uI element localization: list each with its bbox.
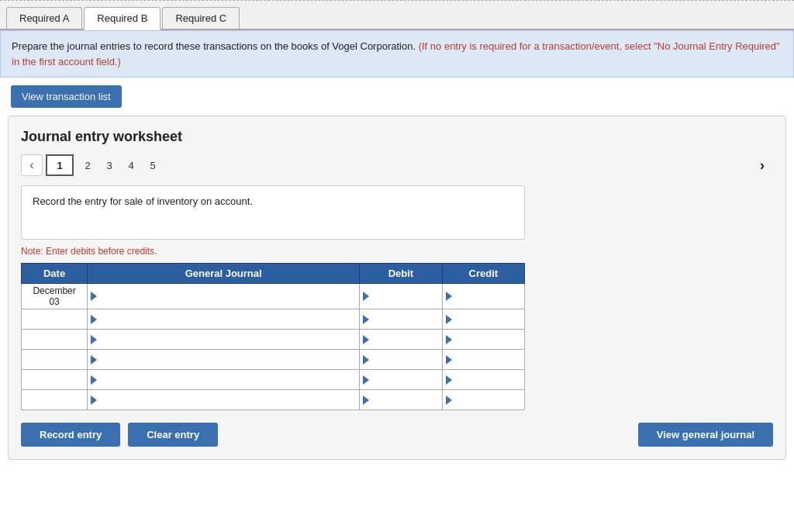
page-3[interactable]: 3 xyxy=(98,154,120,176)
col-credit: Credit xyxy=(442,264,524,284)
row-indicator-5 xyxy=(91,375,97,385)
table-row xyxy=(22,370,525,390)
cell-credit-6[interactable] xyxy=(442,390,524,410)
debit-indicator-4 xyxy=(363,355,369,364)
debit-indicator-5 xyxy=(363,375,369,385)
cell-account-2[interactable] xyxy=(88,309,360,330)
cell-date-1: December03 xyxy=(22,284,88,309)
cell-credit-5[interactable] xyxy=(442,370,524,390)
cell-credit-2[interactable] xyxy=(442,309,524,330)
cell-account-1[interactable] xyxy=(88,284,360,309)
journal-table: Date General Journal Debit Credit Decemb… xyxy=(21,263,525,410)
debit-indicator-3 xyxy=(363,335,369,344)
credit-indicator-1 xyxy=(446,292,452,301)
page-1[interactable]: 1 xyxy=(46,154,74,176)
col-date: Date xyxy=(22,264,88,284)
cell-date-5 xyxy=(22,370,88,390)
next-page-arrow[interactable]: › xyxy=(751,154,773,176)
page-4[interactable]: 4 xyxy=(120,154,142,176)
credit-indicator-5 xyxy=(446,375,452,385)
cell-debit-6[interactable] xyxy=(360,390,442,410)
cell-debit-3[interactable] xyxy=(360,330,442,350)
cell-credit-1[interactable] xyxy=(442,284,524,309)
debit-indicator-1 xyxy=(363,292,369,301)
cell-account-4[interactable] xyxy=(88,350,360,370)
cell-date-2 xyxy=(22,309,88,330)
cell-credit-3[interactable] xyxy=(442,330,524,350)
prev-page-arrow[interactable]: ‹ xyxy=(21,154,43,176)
cell-debit-5[interactable] xyxy=(360,370,442,390)
view-general-journal-button[interactable]: View general journal xyxy=(638,423,773,447)
cell-debit-4[interactable] xyxy=(360,350,442,370)
clear-entry-button[interactable]: Clear entry xyxy=(128,423,218,447)
table-row xyxy=(22,390,525,410)
tab-required-a[interactable]: Required A xyxy=(6,7,82,29)
table-row xyxy=(22,330,525,350)
pagination: ‹ 1 2 3 4 5 › xyxy=(21,154,773,176)
credit-indicator-6 xyxy=(446,396,452,405)
cell-date-6 xyxy=(22,390,88,410)
entry-description: Record the entry for sale of inventory o… xyxy=(21,185,525,240)
tab-required-c[interactable]: Required C xyxy=(162,7,240,29)
cell-account-6[interactable] xyxy=(88,390,360,410)
entry-note: Note: Enter debits before credits. xyxy=(21,246,773,257)
credit-indicator-2 xyxy=(446,315,452,324)
page-2[interactable]: 2 xyxy=(77,154,98,176)
debit-indicator-6 xyxy=(363,396,369,405)
row-indicator-3 xyxy=(91,335,97,344)
credit-indicator-3 xyxy=(446,335,452,344)
info-normal-text: Prepare the journal entries to record th… xyxy=(12,40,416,52)
bottom-buttons: Record entry Clear entry View general jo… xyxy=(21,423,773,447)
view-transaction-list-button[interactable]: View transaction list xyxy=(11,85,122,108)
credit-indicator-4 xyxy=(446,355,452,364)
page-5[interactable]: 5 xyxy=(142,154,164,176)
record-entry-button[interactable]: Record entry xyxy=(21,423,120,447)
table-row xyxy=(22,350,525,370)
debit-indicator-2 xyxy=(363,315,369,324)
col-debit: Debit xyxy=(360,264,442,284)
cell-debit-1[interactable] xyxy=(360,284,442,309)
table-row: December03 xyxy=(22,284,525,309)
worksheet-title: Journal entry worksheet xyxy=(21,129,773,145)
cell-account-5[interactable] xyxy=(88,370,360,390)
table-row xyxy=(22,309,525,330)
cell-debit-2[interactable] xyxy=(360,309,442,330)
row-indicator-1 xyxy=(91,292,97,301)
col-general-journal: General Journal xyxy=(88,264,360,284)
cell-account-3[interactable] xyxy=(88,330,360,350)
info-box: Prepare the journal entries to record th… xyxy=(0,30,794,78)
tabs-bar: Required A Required B Required C xyxy=(0,0,794,30)
cell-credit-4[interactable] xyxy=(442,350,524,370)
cell-date-4 xyxy=(22,350,88,370)
cell-date-3 xyxy=(22,330,88,350)
row-indicator-4 xyxy=(91,355,97,364)
row-indicator-2 xyxy=(91,315,97,324)
row-indicator-6 xyxy=(91,396,97,405)
journal-entry-worksheet: Journal entry worksheet ‹ 1 2 3 4 5 › Re… xyxy=(8,116,786,460)
tab-required-b[interactable]: Required B xyxy=(84,7,161,30)
